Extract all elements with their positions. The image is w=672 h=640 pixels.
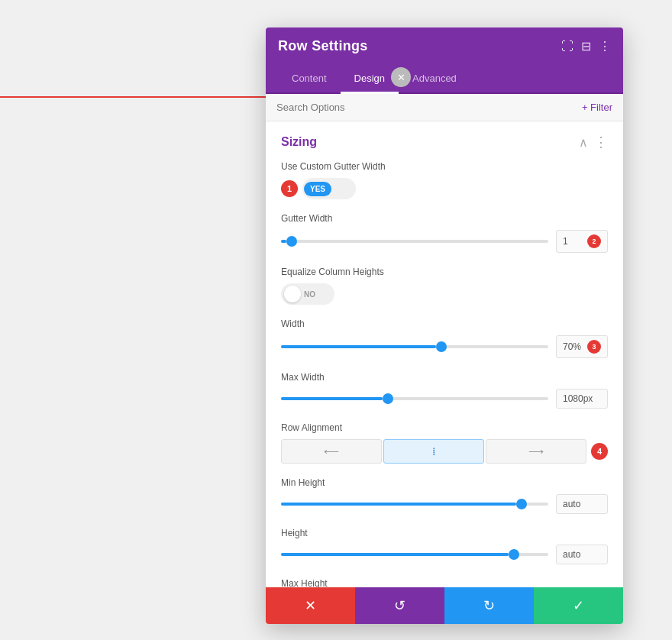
align-center-button[interactable]: ⁞ (383, 439, 484, 464)
slider-fill-gutter-width (281, 240, 286, 243)
align-right-button[interactable]: ⟶ (486, 439, 586, 464)
toggle-equalize-heights[interactable]: NO (281, 283, 334, 305)
row-settings-modal: Row Settings ⛶ ⊟ ⋮ Content Design Advanc… (266, 27, 623, 624)
section-header-sizing: Sizing ∧ ⋮ (281, 134, 608, 150)
badge-1: 1 (281, 180, 298, 197)
modal-footer: ✕ ↺ ↻ ✓ (266, 587, 623, 624)
slider-thumb-max-width[interactable] (383, 393, 393, 404)
slider-fill-max-width (281, 397, 383, 400)
label-row-alignment: Row Alignment (281, 422, 608, 433)
toggle-custom-gutter[interactable]: YES (302, 178, 356, 199)
label-gutter-width: Gutter Width (281, 213, 608, 224)
align-left-button[interactable]: ⟵ (281, 439, 382, 464)
slider-row-gutter-width: 1 2 (281, 230, 608, 253)
save-icon: ✓ (573, 597, 584, 614)
toggle-group-equalize: NO (281, 283, 608, 305)
alignment-container: ⟵ ⁞ ⟶ 4 (281, 439, 608, 464)
save-button[interactable]: ✓ (534, 587, 623, 624)
slider-fill-height (281, 553, 509, 556)
modal-header: Row Settings ⛶ ⊟ ⋮ (266, 27, 623, 65)
slider-value-min-height[interactable]: auto (556, 494, 608, 514)
tab-content[interactable]: Content (278, 65, 341, 94)
tab-design[interactable]: Design (341, 65, 399, 94)
filter-button[interactable]: + Filter (582, 102, 612, 113)
redo-icon: ↻ (483, 597, 495, 614)
section-header-actions: ∧ ⋮ (579, 134, 608, 150)
slider-thumb-min-height[interactable] (516, 499, 527, 509)
toggle-group-gutter: 1 YES (281, 178, 608, 199)
slider-track-gutter-width[interactable] (281, 240, 548, 243)
cancel-button[interactable]: ✕ (266, 587, 355, 624)
label-min-height: Min Height (281, 477, 608, 488)
label-max-height: Max Height (281, 578, 608, 587)
height-value: auto (563, 549, 580, 560)
section-dots-icon[interactable]: ⋮ (594, 134, 608, 150)
search-input[interactable] (276, 102, 582, 113)
header-actions: ⛶ ⊟ ⋮ (561, 39, 611, 53)
alignment-group: ⟵ ⁞ ⟶ (281, 439, 586, 464)
label-height: Height (281, 528, 608, 538)
slider-value-gutter-width[interactable]: 1 2 (556, 230, 608, 253)
label-equalize-column-heights: Equalize Column Heights (281, 267, 608, 277)
slider-value-height[interactable]: auto (556, 545, 608, 564)
slider-row-width: 70% 3 (281, 335, 608, 358)
search-bar: + Filter (266, 94, 623, 121)
setting-gutter-width: Gutter Width 1 2 (281, 213, 608, 253)
modal-title: Row Settings (278, 38, 368, 54)
slider-row-max-width: 1080px (281, 389, 608, 409)
section-collapse-icon[interactable]: ∧ (579, 135, 588, 150)
section-title: Sizing (281, 135, 317, 149)
tabs-bar: Content Design Advanced (266, 65, 623, 94)
red-line-decoration (0, 96, 275, 98)
cancel-icon: ✕ (305, 597, 316, 614)
redo-button[interactable]: ↻ (444, 587, 534, 624)
setting-min-height: Min Height auto (281, 477, 608, 514)
slider-track-min-height[interactable] (281, 503, 548, 506)
setting-equalize-column-heights: Equalize Column Heights NO (281, 267, 608, 305)
slider-track-width[interactable] (281, 345, 548, 348)
label-max-width: Max Width (281, 372, 608, 383)
slider-value-width[interactable]: 70% 3 (556, 335, 608, 358)
label-width: Width (281, 318, 608, 329)
undo-button[interactable]: ↺ (355, 587, 444, 624)
slider-thumb-gutter-width[interactable] (286, 236, 297, 247)
toggle-yes-label: YES (304, 182, 331, 196)
width-value: 70% (563, 341, 581, 352)
slider-thumb-height[interactable] (509, 549, 519, 560)
outer-close-button[interactable]: ✕ (391, 67, 411, 87)
setting-max-height: Max Height (281, 578, 608, 587)
slider-fill-width (281, 345, 436, 348)
slider-row-height: auto (281, 545, 608, 564)
badge-2: 2 (587, 234, 601, 248)
setting-width: Width 70% 3 (281, 318, 608, 358)
slider-track-max-width[interactable] (281, 397, 548, 400)
columns-icon[interactable]: ⊟ (581, 39, 591, 53)
setting-row-alignment: Row Alignment ⟵ ⁞ ⟶ 4 (281, 422, 608, 464)
filter-label: + Filter (582, 102, 612, 113)
setting-height: Height auto (281, 528, 608, 564)
gutter-width-value: 1 (563, 236, 568, 247)
setting-max-width: Max Width 1080px (281, 372, 608, 409)
min-height-value: auto (563, 499, 580, 509)
slider-value-max-width[interactable]: 1080px (556, 389, 608, 409)
modal-content-scroll[interactable]: Sizing ∧ ⋮ Use Custom Gutter Width 1 YES… (266, 121, 623, 587)
slider-row-min-height: auto (281, 494, 608, 514)
badge-4: 4 (591, 443, 608, 460)
toggle-dot (284, 286, 301, 302)
badge-3: 3 (587, 340, 601, 354)
label-use-custom-gutter-width: Use Custom Gutter Width (281, 161, 608, 172)
slider-track-height[interactable] (281, 553, 548, 556)
slider-thumb-width[interactable] (436, 341, 447, 352)
toggle-no-label: NO (304, 290, 315, 299)
slider-fill-min-height (281, 503, 516, 506)
max-width-value: 1080px (563, 393, 593, 404)
expand-icon[interactable]: ⛶ (561, 40, 573, 53)
dots-menu-icon[interactable]: ⋮ (599, 39, 611, 53)
undo-icon: ↺ (394, 597, 405, 614)
setting-use-custom-gutter-width: Use Custom Gutter Width 1 YES (281, 161, 608, 199)
